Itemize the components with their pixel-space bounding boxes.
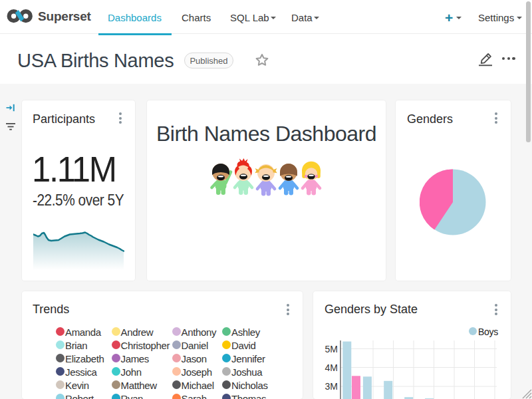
svg-text:4M: 4M	[325, 362, 338, 373]
svg-text:3M: 3M	[325, 381, 338, 392]
svg-text:5M: 5M	[325, 344, 338, 354]
